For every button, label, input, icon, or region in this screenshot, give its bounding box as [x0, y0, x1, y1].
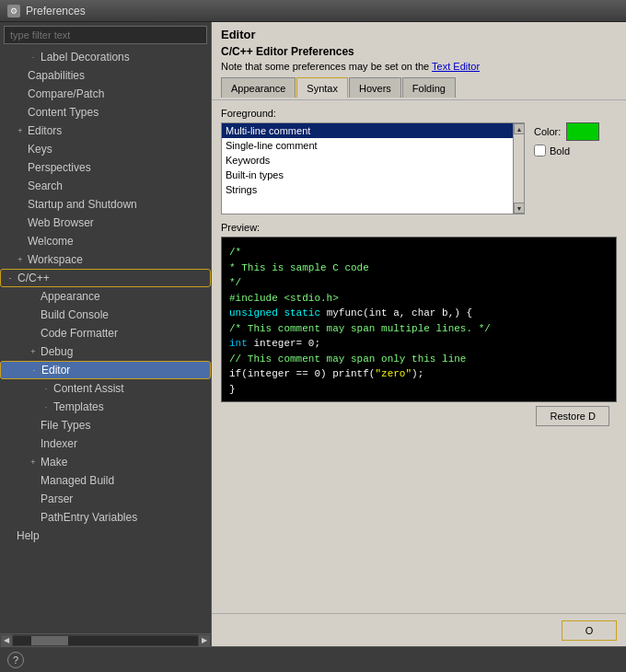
tree-item-label-decorations[interactable]: · Label Decorations [0, 48, 211, 66]
scroll-down-arrow[interactable]: ▼ [514, 203, 525, 214]
spacer [15, 180, 26, 191]
tab-syntax[interactable]: Syntax [296, 77, 348, 98]
title-bar: ⚙ Preferences [0, 0, 626, 22]
spacer [28, 493, 39, 504]
tree-item-make[interactable]: + Make [0, 453, 211, 471]
code-line-6: /* This comment may span multiple lines.… [229, 321, 609, 337]
tree-item-label: Templates [53, 400, 104, 413]
tree-item-file-types[interactable]: File Types [0, 416, 211, 434]
right-header: Editor C/C++ Editor Preferences Note tha… [212, 22, 626, 100]
tree-item-search[interactable]: Search [0, 177, 211, 195]
scroll-right-btn[interactable]: ▶ [198, 634, 211, 647]
restore-defaults-btn[interactable]: Restore D [536, 406, 609, 426]
spacer [15, 162, 26, 173]
tree-item-label: Code Formatter [41, 327, 118, 340]
scroll-left-btn[interactable]: ◀ [0, 634, 13, 647]
spacer [28, 328, 39, 339]
help-bar: ? [0, 646, 626, 672]
syntax-list-container: Multi-line comment Single-line comment K… [221, 122, 525, 214]
spacer [15, 199, 26, 210]
spacer [15, 107, 26, 118]
tree-item-path-entry[interactable]: PathEntry Variables [0, 508, 211, 527]
expand-icon: + [15, 125, 26, 136]
syntax-item-strings[interactable]: Strings [222, 182, 513, 197]
list-scrollbar[interactable]: ▲ ▼ [513, 123, 524, 214]
window-title: Preferences [26, 5, 86, 17]
bold-label: Bold [550, 145, 570, 156]
tree-item-label: Welcome [28, 235, 74, 248]
tree-item-label: Appearance [41, 290, 100, 303]
tree-item-startup-shutdown[interactable]: Startup and Shutdown [0, 195, 211, 214]
collapse-icon: - [5, 272, 16, 284]
color-swatch[interactable] [566, 122, 599, 141]
tab-folding[interactable]: Folding [402, 77, 456, 98]
scroll-up-arrow[interactable]: ▲ [514, 123, 525, 134]
scroll-track[interactable] [13, 636, 198, 645]
syntax-item-builtin[interactable]: Built-in types [222, 168, 513, 182]
dash-icon: · [28, 52, 39, 63]
tree-item-debug[interactable]: + Debug [0, 342, 211, 361]
tree-item-label: Search [28, 180, 63, 192]
syntax-item-multiline[interactable]: Multi-line comment [222, 123, 513, 138]
tree-item-label: Label Decorations [41, 51, 130, 64]
tree-item-indexer[interactable]: Indexer [0, 434, 211, 453]
bold-checkbox[interactable] [534, 145, 546, 156]
dash-icon: · [41, 401, 52, 412]
tree-item-workspace[interactable]: + Workspace [0, 250, 211, 269]
tree-item-label: C/C++ [17, 272, 50, 284]
code-line-10: } [229, 382, 609, 398]
tree-item-templates[interactable]: · Templates [0, 398, 211, 416]
spacer [15, 236, 26, 247]
tree-item-welcome[interactable]: Welcome [0, 232, 211, 250]
syntax-list[interactable]: Multi-line comment Single-line comment K… [222, 123, 513, 214]
tree-item-content-assist[interactable]: · Content Assist [0, 379, 211, 398]
tree-item-label: File Types [41, 419, 90, 432]
scroll-thumb[interactable] [31, 636, 68, 645]
text-editor-link[interactable]: Text Editor [432, 61, 480, 72]
spacer [28, 420, 39, 431]
tree-item-editors[interactable]: + Editors [0, 122, 211, 140]
tree-item-label: Web Browser [28, 216, 94, 229]
bottom-bar: O [212, 613, 626, 646]
tree-item-build-console[interactable]: Build Console [0, 306, 211, 324]
syntax-item-singleline[interactable]: Single-line comment [222, 138, 513, 153]
help-button[interactable]: ? [7, 652, 24, 668]
tree-item-capabilities[interactable]: Capabilities [0, 66, 211, 85]
filter-input[interactable] [4, 26, 207, 44]
bold-row: Bold [534, 145, 617, 156]
tree-item-parser[interactable]: Parser [0, 490, 211, 508]
code-line-1: /* [229, 245, 609, 261]
tree-item-cpp[interactable]: - C/C++ [0, 269, 211, 287]
spacer [15, 70, 26, 81]
tab-appearance[interactable]: Appearance [221, 77, 296, 98]
syntax-item-keywords[interactable]: Keywords [222, 153, 513, 168]
tabs-bar: Appearance Syntax Hovers Folding [221, 77, 617, 98]
color-area: Color: Bold [534, 122, 617, 214]
tree-item-compare-patch[interactable]: Compare/Patch [0, 85, 211, 103]
list-scroll-track[interactable] [514, 134, 524, 203]
code-line-2: * This is sample C code [229, 261, 609, 276]
right-title: Editor [221, 28, 617, 41]
expand-icon: + [15, 254, 26, 265]
tree-container[interactable]: · Label Decorations Capabilities Compare… [0, 48, 211, 633]
tree-item-managed-build[interactable]: Managed Build [0, 471, 211, 490]
tab-content: Foreground: Multi-line comment Single-li… [212, 100, 626, 613]
tree-item-keys[interactable]: Keys [0, 140, 211, 158]
tree-item-content-types[interactable]: Content Types [0, 103, 211, 122]
right-subheader: C/C++ Editor Preferences [221, 45, 617, 58]
tab-hovers[interactable]: Hovers [349, 77, 401, 98]
tree-item-code-formatter[interactable]: Code Formatter [0, 324, 211, 342]
tree-item-editor[interactable]: - Editor [0, 361, 211, 379]
color-row: Color: [534, 122, 617, 141]
ok-button[interactable]: O [562, 620, 617, 641]
horizontal-scrollbar[interactable]: ◀ ▶ [0, 633, 211, 646]
tree-item-web-browser[interactable]: Web Browser [0, 214, 211, 232]
spacer [15, 88, 26, 99]
spacer [28, 438, 39, 449]
tree-item-help[interactable]: Help [0, 527, 211, 545]
spacer [28, 291, 39, 302]
preview-label: Preview: [221, 222, 617, 233]
expand-icon: + [28, 346, 39, 357]
tree-item-appearance[interactable]: Appearance [0, 287, 211, 306]
tree-item-perspectives[interactable]: Perspectives [0, 158, 211, 177]
